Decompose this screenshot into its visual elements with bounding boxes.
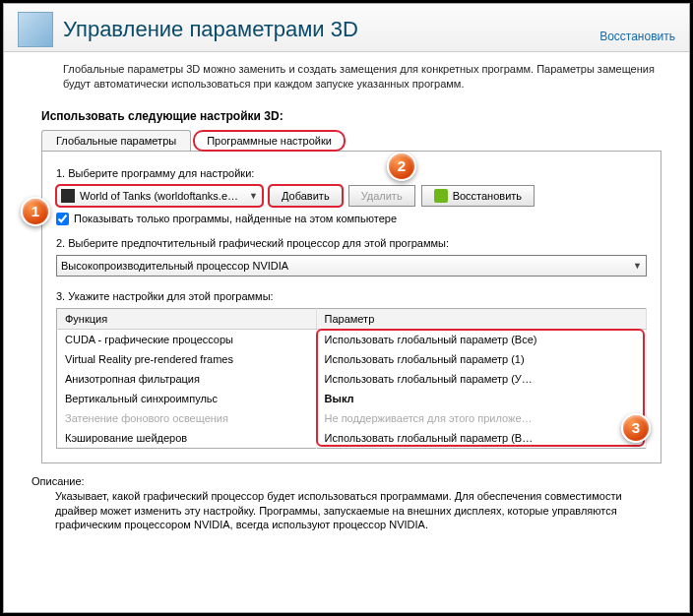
cell-function: Кэширование шейдеров bbox=[57, 428, 317, 449]
step2-label: 2. Выберите предпочтительный графический… bbox=[56, 237, 647, 249]
settings-panel: 1 2 1. Выберите программу для настройки:… bbox=[41, 151, 662, 463]
cell-function: Virtual Reality pre-rendered frames bbox=[57, 349, 317, 369]
intro-text: Глобальные параметры 3D можно заменить и… bbox=[4, 52, 689, 99]
table-row[interactable]: Кэширование шейдеровИспользовать глобаль… bbox=[57, 428, 647, 449]
callout-2: 2 bbox=[387, 152, 416, 181]
table-row[interactable]: Затенение фонового освещенияНе поддержив… bbox=[57, 408, 647, 428]
show-only-installed-checkbox[interactable]: Показывать только программы, найденные н… bbox=[56, 213, 647, 225]
callout-1: 1 bbox=[21, 197, 50, 226]
step3-label: 3. Укажите настройки для этой программы: bbox=[56, 290, 647, 302]
tab-program[interactable]: Программные настройки bbox=[193, 130, 346, 152]
gpu-select-value: Высокопроизводительный процессор NVIDIA bbox=[61, 260, 288, 272]
cell-function: Вертикальный синхроимпульс bbox=[57, 389, 317, 408]
step1-label: 1. Выберите программу для настройки: bbox=[56, 167, 647, 179]
col-function[interactable]: Функция bbox=[57, 308, 317, 329]
restore-button[interactable]: Восстановить bbox=[421, 185, 535, 207]
chevron-down-icon: ▼ bbox=[627, 261, 642, 271]
show-only-installed-input[interactable] bbox=[56, 213, 69, 225]
cell-function: CUDA - графические процессоры bbox=[57, 329, 317, 349]
description-label: Описание: bbox=[4, 463, 689, 489]
table-row[interactable]: Анизотропная фильтрацияИспользовать глоб… bbox=[57, 369, 647, 389]
header: Управление параметрами 3D Восстановить bbox=[4, 4, 689, 52]
section-label: Использовать следующие настройки 3D: bbox=[4, 99, 689, 129]
table-row[interactable]: Вертикальный синхроимпульсВыкл bbox=[57, 389, 647, 408]
chevron-down-icon: ▼ bbox=[243, 191, 258, 201]
cell-param[interactable]: Не поддерживается для этого приложе… bbox=[316, 408, 646, 428]
checkbox-label: Показывать только программы, найденные н… bbox=[74, 213, 397, 224]
tabstrip: Глобальные параметры Программные настрой… bbox=[41, 129, 662, 152]
remove-button[interactable]: Удалить bbox=[348, 185, 415, 207]
table-row[interactable]: Virtual Reality pre-rendered framesИспол… bbox=[57, 349, 647, 369]
cell-param[interactable]: Использовать глобальный параметр (1) bbox=[316, 349, 646, 369]
settings-grid[interactable]: Функция Параметр CUDA - графические проц… bbox=[56, 308, 647, 449]
cell-param[interactable]: Использовать глобальный параметр (Все) bbox=[316, 329, 646, 349]
cell-function: Анизотропная фильтрация bbox=[57, 369, 317, 389]
program-icon bbox=[61, 189, 75, 203]
cell-param[interactable]: Выкл bbox=[316, 389, 646, 408]
table-row[interactable]: CUDA - графические процессорыИспользоват… bbox=[57, 329, 647, 349]
gpu-select[interactable]: Высокопроизводительный процессор NVIDIA … bbox=[56, 255, 647, 277]
callout-3: 3 bbox=[621, 413, 651, 443]
restore-link[interactable]: Восстановить bbox=[599, 30, 675, 43]
program-select[interactable]: World of Tanks (worldoftanks.e… ▼ bbox=[56, 185, 263, 207]
cell-param[interactable]: Использовать глобальный параметр (В… bbox=[316, 428, 646, 449]
description-text: Указывает, какой графический процессор б… bbox=[4, 489, 689, 545]
header-icon bbox=[18, 12, 53, 47]
col-param[interactable]: Параметр bbox=[316, 308, 646, 329]
cell-function: Затенение фонового освещения bbox=[57, 408, 317, 428]
page-title: Управление параметрами 3D bbox=[63, 17, 599, 42]
cell-param[interactable]: Использовать глобальный параметр (У… bbox=[316, 369, 646, 389]
nvidia-3d-settings-window: Управление параметрами 3D Восстановить Г… bbox=[3, 3, 690, 613]
tab-global[interactable]: Глобальные параметры bbox=[41, 130, 191, 152]
add-button[interactable]: Добавить bbox=[269, 185, 343, 207]
program-select-value: World of Tanks (worldoftanks.e… bbox=[80, 190, 238, 202]
